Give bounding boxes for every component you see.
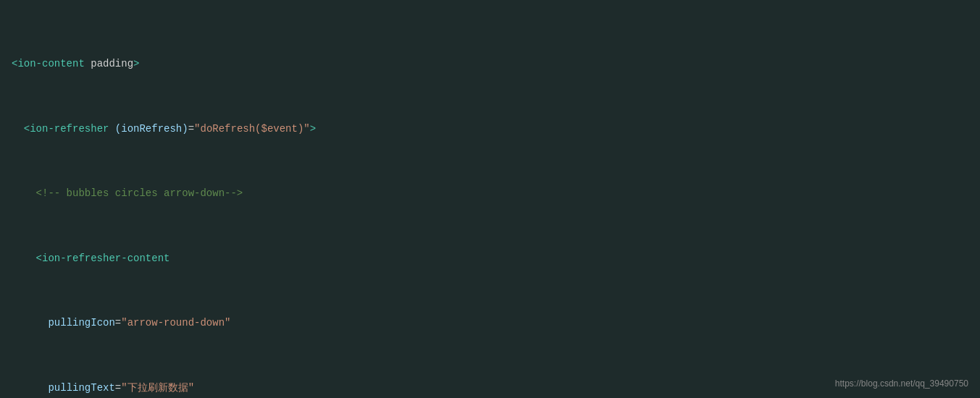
line-2: <ion-refresher (ionRefresh)="doRefresh($… — [12, 121, 968, 137]
watermark: https://blog.csdn.net/qq_39490750 — [835, 377, 968, 391]
line-3: <!-- bubbles circles arrow-down--> — [12, 185, 968, 201]
line-5: pullingIcon="arrow-round-down" — [12, 315, 968, 331]
line-6: pullingText="下拉刷新数据" — [12, 380, 968, 396]
line-1: <ion-content padding> — [12, 56, 968, 72]
code-editor: <ion-content padding> <ion-refresher (io… — [0, 0, 980, 398]
line-4: <ion-refresher-content — [12, 250, 968, 266]
